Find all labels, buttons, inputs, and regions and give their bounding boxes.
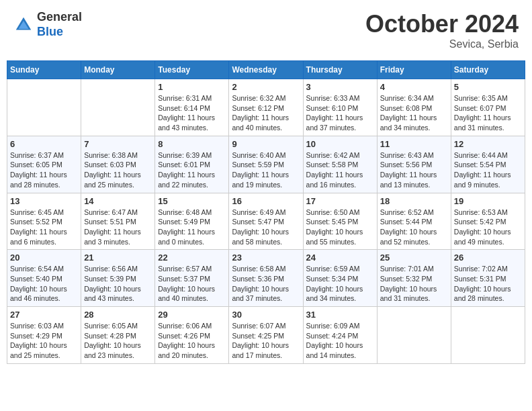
logo-text: General Blue — [37, 10, 82, 39]
calendar-cell: 30Sunrise: 6:07 AM Sunset: 4:25 PM Dayli… — [229, 307, 303, 364]
day-number: 16 — [232, 196, 300, 206]
calendar-cell: 21Sunrise: 6:56 AM Sunset: 5:39 PM Dayli… — [81, 250, 155, 307]
day-number: 18 — [380, 196, 448, 206]
weekday-header: Wednesday — [229, 61, 303, 79]
day-number: 9 — [232, 139, 300, 149]
day-number: 2 — [232, 82, 300, 92]
day-number: 19 — [454, 196, 522, 206]
calendar-table: SundayMondayTuesdayWednesdayThursdayFrid… — [7, 60, 525, 364]
day-info: Sunrise: 6:32 AM Sunset: 6:12 PM Dayligh… — [232, 93, 300, 133]
calendar-cell: 29Sunrise: 6:06 AM Sunset: 4:26 PM Dayli… — [155, 307, 229, 364]
day-info: Sunrise: 6:44 AM Sunset: 5:54 PM Dayligh… — [454, 150, 522, 190]
calendar-cell: 31Sunrise: 6:09 AM Sunset: 4:24 PM Dayli… — [303, 307, 377, 364]
calendar-cell: 6Sunrise: 6:37 AM Sunset: 6:05 PM Daylig… — [7, 136, 81, 193]
location-subtitle: Sevica, Serbia — [365, 38, 519, 50]
day-number: 6 — [10, 139, 78, 149]
day-info: Sunrise: 6:58 AM Sunset: 5:36 PM Dayligh… — [232, 264, 300, 304]
day-number: 25 — [380, 253, 448, 263]
day-info: Sunrise: 6:03 AM Sunset: 4:29 PM Dayligh… — [10, 321, 78, 361]
calendar-week-row: 6Sunrise: 6:37 AM Sunset: 6:05 PM Daylig… — [7, 136, 525, 193]
day-number: 5 — [454, 82, 522, 92]
day-info: Sunrise: 6:34 AM Sunset: 6:08 PM Dayligh… — [380, 93, 448, 133]
day-number: 24 — [306, 253, 374, 263]
day-info: Sunrise: 7:01 AM Sunset: 5:32 PM Dayligh… — [380, 264, 448, 304]
day-number: 11 — [380, 139, 448, 149]
calendar-cell: 5Sunrise: 6:35 AM Sunset: 6:07 PM Daylig… — [451, 79, 525, 136]
calendar-cell: 24Sunrise: 6:59 AM Sunset: 5:34 PM Dayli… — [303, 250, 377, 307]
day-info: Sunrise: 6:38 AM Sunset: 6:03 PM Dayligh… — [84, 150, 152, 190]
day-info: Sunrise: 6:56 AM Sunset: 5:39 PM Dayligh… — [84, 264, 152, 304]
title-section: October 2024 Sevica, Serbia — [365, 10, 519, 50]
logo-icon — [13, 15, 34, 35]
weekday-header: Sunday — [7, 61, 81, 79]
calendar-cell: 3Sunrise: 6:33 AM Sunset: 6:10 PM Daylig… — [303, 79, 377, 136]
day-info: Sunrise: 6:33 AM Sunset: 6:10 PM Dayligh… — [306, 93, 374, 133]
day-number: 3 — [306, 82, 374, 92]
weekday-header: Friday — [377, 61, 451, 79]
day-number: 20 — [10, 253, 78, 263]
calendar-week-row: 27Sunrise: 6:03 AM Sunset: 4:29 PM Dayli… — [7, 307, 525, 364]
calendar-cell: 17Sunrise: 6:50 AM Sunset: 5:45 PM Dayli… — [303, 193, 377, 250]
day-info: Sunrise: 7:02 AM Sunset: 5:31 PM Dayligh… — [454, 264, 522, 304]
day-info: Sunrise: 6:06 AM Sunset: 4:26 PM Dayligh… — [158, 321, 226, 361]
day-info: Sunrise: 6:31 AM Sunset: 6:14 PM Dayligh… — [158, 93, 226, 133]
day-info: Sunrise: 6:39 AM Sunset: 6:01 PM Dayligh… — [158, 150, 226, 190]
calendar-cell: 7Sunrise: 6:38 AM Sunset: 6:03 PM Daylig… — [81, 136, 155, 193]
day-number: 17 — [306, 196, 374, 206]
calendar-cell: 28Sunrise: 6:05 AM Sunset: 4:28 PM Dayli… — [81, 307, 155, 364]
calendar-cell: 15Sunrise: 6:48 AM Sunset: 5:49 PM Dayli… — [155, 193, 229, 250]
day-info: Sunrise: 6:45 AM Sunset: 5:52 PM Dayligh… — [10, 208, 78, 247]
day-number: 26 — [454, 253, 522, 263]
weekday-header: Tuesday — [155, 61, 229, 79]
logo: General Blue — [13, 10, 82, 39]
calendar-cell — [377, 307, 451, 364]
weekday-header-row: SundayMondayTuesdayWednesdayThursdayFrid… — [7, 61, 525, 79]
day-info: Sunrise: 6:37 AM Sunset: 6:05 PM Dayligh… — [10, 150, 78, 190]
day-number: 27 — [10, 310, 78, 320]
calendar-cell: 4Sunrise: 6:34 AM Sunset: 6:08 PM Daylig… — [377, 79, 451, 136]
day-info: Sunrise: 6:54 AM Sunset: 5:40 PM Dayligh… — [10, 264, 78, 304]
calendar-cell: 11Sunrise: 6:43 AM Sunset: 5:56 PM Dayli… — [377, 136, 451, 193]
weekday-header: Saturday — [451, 61, 525, 79]
calendar-cell: 26Sunrise: 7:02 AM Sunset: 5:31 PM Dayli… — [451, 250, 525, 307]
day-number: 10 — [306, 139, 374, 149]
calendar-cell: 23Sunrise: 6:58 AM Sunset: 5:36 PM Dayli… — [229, 250, 303, 307]
day-info: Sunrise: 6:52 AM Sunset: 5:44 PM Dayligh… — [380, 208, 448, 247]
day-info: Sunrise: 6:53 AM Sunset: 5:42 PM Dayligh… — [454, 208, 522, 247]
day-number: 28 — [84, 310, 152, 320]
day-info: Sunrise: 6:35 AM Sunset: 6:07 PM Dayligh… — [454, 93, 522, 133]
calendar-cell: 16Sunrise: 6:49 AM Sunset: 5:47 PM Dayli… — [229, 193, 303, 250]
calendar-cell: 22Sunrise: 6:57 AM Sunset: 5:37 PM Dayli… — [155, 250, 229, 307]
day-number: 7 — [84, 139, 152, 149]
day-info: Sunrise: 6:50 AM Sunset: 5:45 PM Dayligh… — [306, 208, 374, 247]
calendar-cell: 25Sunrise: 7:01 AM Sunset: 5:32 PM Dayli… — [377, 250, 451, 307]
day-info: Sunrise: 6:48 AM Sunset: 5:49 PM Dayligh… — [158, 208, 226, 247]
calendar-week-row: 1Sunrise: 6:31 AM Sunset: 6:14 PM Daylig… — [7, 79, 525, 136]
calendar-cell: 18Sunrise: 6:52 AM Sunset: 5:44 PM Dayli… — [377, 193, 451, 250]
day-number: 1 — [158, 82, 226, 92]
day-number: 21 — [84, 253, 152, 263]
calendar-cell: 8Sunrise: 6:39 AM Sunset: 6:01 PM Daylig… — [155, 136, 229, 193]
page-header: General Blue October 2024 Sevica, Serbia — [7, 7, 525, 54]
weekday-header: Thursday — [303, 61, 377, 79]
day-number: 15 — [158, 196, 226, 206]
calendar-cell: 12Sunrise: 6:44 AM Sunset: 5:54 PM Dayli… — [451, 136, 525, 193]
day-number: 23 — [232, 253, 300, 263]
calendar-cell: 13Sunrise: 6:45 AM Sunset: 5:52 PM Dayli… — [7, 193, 81, 250]
logo-general-label: General — [37, 10, 82, 25]
day-number: 22 — [158, 253, 226, 263]
day-info: Sunrise: 6:57 AM Sunset: 5:37 PM Dayligh… — [158, 264, 226, 304]
day-number: 31 — [306, 310, 374, 320]
day-number: 29 — [158, 310, 226, 320]
day-info: Sunrise: 6:49 AM Sunset: 5:47 PM Dayligh… — [232, 208, 300, 247]
day-info: Sunrise: 6:05 AM Sunset: 4:28 PM Dayligh… — [84, 321, 152, 361]
day-info: Sunrise: 6:47 AM Sunset: 5:51 PM Dayligh… — [84, 208, 152, 247]
calendar-cell: 14Sunrise: 6:47 AM Sunset: 5:51 PM Dayli… — [81, 193, 155, 250]
day-info: Sunrise: 6:42 AM Sunset: 5:58 PM Dayligh… — [306, 150, 374, 190]
calendar-body: 1Sunrise: 6:31 AM Sunset: 6:14 PM Daylig… — [7, 79, 525, 364]
calendar-cell: 27Sunrise: 6:03 AM Sunset: 4:29 PM Dayli… — [7, 307, 81, 364]
day-info: Sunrise: 6:40 AM Sunset: 5:59 PM Dayligh… — [232, 150, 300, 190]
calendar-cell: 19Sunrise: 6:53 AM Sunset: 5:42 PM Dayli… — [451, 193, 525, 250]
day-info: Sunrise: 6:43 AM Sunset: 5:56 PM Dayligh… — [380, 150, 448, 190]
calendar-header: SundayMondayTuesdayWednesdayThursdayFrid… — [7, 61, 525, 79]
